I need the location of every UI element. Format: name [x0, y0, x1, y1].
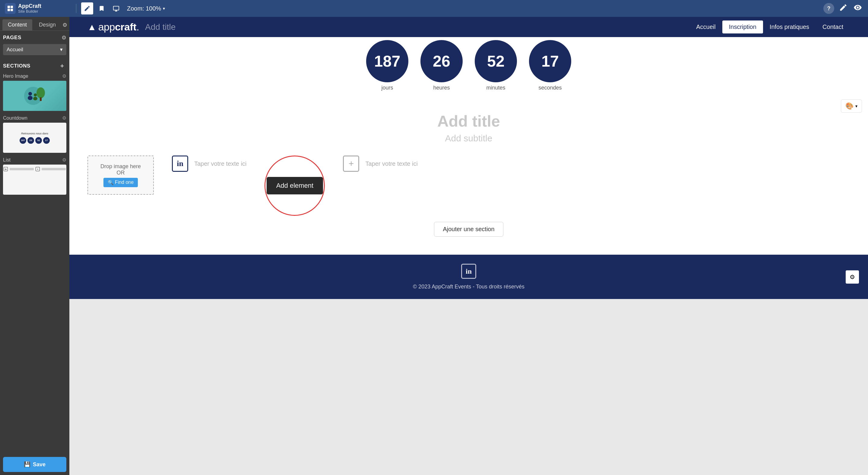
app-name: AppCraft	[18, 3, 41, 9]
list-preview-text-1	[10, 168, 34, 170]
svg-point-6	[28, 96, 33, 100]
section-countdown-header: Countdown ⚙	[3, 115, 66, 121]
section-list-name: List	[3, 157, 10, 163]
text-placeholder-2[interactable]: Taper votre texte ici	[365, 160, 417, 167]
save-label: Save	[33, 462, 45, 468]
nav-accueil[interactable]: Accueil	[689, 21, 722, 33]
section-countdown-gear[interactable]: ⚙	[62, 115, 66, 121]
main-area: Content Design ⚙ PAGES ⚙ Accueil ▾ SECTI…	[0, 17, 868, 475]
current-page: Accueil	[7, 47, 23, 53]
image-drop-zone[interactable]: Drop image here OR 🔍 Find one	[88, 156, 154, 195]
sections-header: SECTIONS +	[3, 62, 66, 70]
svg-point-5	[28, 92, 32, 96]
list-preview-item-1: in	[4, 167, 34, 171]
sections-area: SECTIONS + Hero Image ⚙	[0, 59, 69, 454]
pages-settings-icon[interactable]: ⚙	[62, 34, 66, 41]
help-button[interactable]: ?	[824, 3, 834, 14]
pages-header: PAGES ⚙	[3, 34, 66, 41]
add-element-section: Add element	[265, 156, 325, 216]
edit-icon-btn[interactable]	[838, 2, 849, 15]
text-placeholder-1[interactable]: Taper votre texte ici	[194, 160, 246, 167]
find-one-button[interactable]: 🔍 Find one	[103, 178, 138, 187]
section-list-gear[interactable]: ⚙	[62, 157, 66, 163]
toolbar-icons: Zoom: 100% ▾	[81, 2, 167, 14]
add-title-placeholder[interactable]: Add title	[145, 22, 176, 32]
add-section-main-button[interactable]: Ajouter une section	[434, 222, 503, 237]
countdown-preview-17: 17	[43, 137, 50, 144]
list-preview-icon-1: in	[4, 167, 8, 171]
footer-copyright: © 2023 AppCraft Events - Tous droits rés…	[413, 283, 525, 290]
list-preview-text-2	[42, 168, 66, 170]
page-dropdown[interactable]: Accueil ▾	[3, 44, 66, 55]
footer-linkedin-icon: in	[461, 264, 476, 279]
sidebar-settings-btn[interactable]: ⚙	[62, 20, 67, 30]
logo-triangle-icon: ▲	[88, 22, 96, 32]
countdown-number-secondes: 17	[541, 53, 559, 69]
preview-icon-btn[interactable]	[852, 2, 863, 15]
countdown-unit-heures: 26 heures	[421, 40, 463, 91]
countdown-label-jours: jours	[381, 85, 393, 91]
save-button[interactable]: 💾 Save	[3, 457, 66, 472]
section-list-preview[interactable]: in +	[3, 165, 66, 195]
palette-button[interactable]: 🎨 ▾	[841, 99, 862, 113]
palette-chevron-icon: ▾	[855, 104, 858, 108]
site-logo: ▲ appcraft.	[88, 21, 139, 33]
tab-content[interactable]: Content	[2, 19, 32, 30]
top-toolbar: AppCraft Site Builder Zoom: 100% ▾ ?	[0, 0, 868, 17]
section-hero-gear[interactable]: ⚙	[62, 73, 66, 79]
countdown-number-jours: 187	[374, 53, 401, 69]
canvas-scroll: ▲ appcraft. Add title Accueil Inscriptio…	[69, 17, 868, 299]
countdown-label-secondes: secondes	[538, 85, 562, 91]
pages-section: PAGES ⚙ Accueil ▾	[0, 31, 69, 59]
countdown-label-heures: heures	[433, 85, 450, 91]
countdown-preview-23: 23	[27, 137, 34, 144]
countdown-label-minutes: minutes	[486, 85, 505, 91]
countdown-circle-heures: 26	[421, 40, 463, 82]
page-dropdown-chevron: ▾	[60, 46, 63, 53]
svg-point-7	[34, 94, 37, 96]
section-hero-preview[interactable]	[3, 81, 66, 111]
countdown-circle-secondes: 17	[529, 40, 571, 82]
list-items-row: Drop image here OR 🔍 Find one in Taper	[88, 156, 850, 216]
section-hero-name: Hero Image	[3, 73, 28, 79]
tab-design[interactable]: Design	[33, 19, 61, 30]
countdown-preview-187: 187	[20, 137, 26, 144]
list-item-2: + Taper votre texte ici	[343, 156, 417, 172]
drop-zone-label: Drop image here OR	[100, 163, 141, 176]
save-icon: 💾	[24, 461, 30, 468]
svg-rect-2	[7, 9, 10, 11]
drop-image-text: Drop image here	[100, 163, 141, 170]
canvas-relative-container: 🎨 ▾ Add title Add subtitle Drop image he…	[69, 100, 868, 255]
countdown-preview-row: 187 23 52 17	[20, 137, 50, 144]
nav-inscription[interactable]: Inscription	[722, 21, 763, 33]
svg-point-8	[33, 97, 37, 100]
find-one-label: Find one	[115, 180, 134, 185]
zoom-chevron-icon: ▾	[163, 6, 165, 11]
list-subtitle-placeholder[interactable]: Add subtitle	[445, 133, 493, 143]
section-countdown-preview[interactable]: Retrouvons nous dans 187 23 52 17	[3, 123, 66, 153]
countdown-unit-minutes: 52 minutes	[475, 40, 517, 91]
footer-settings-btn[interactable]: ⚙	[846, 270, 859, 283]
help-label: ?	[827, 5, 831, 12]
svg-rect-0	[7, 6, 10, 8]
nav-infos[interactable]: Infos pratiques	[763, 21, 816, 33]
app-logo: AppCraft Site Builder	[5, 3, 71, 14]
svg-rect-3	[10, 9, 13, 11]
countdown-circle-jours: 187	[366, 40, 408, 82]
add-element-circle: Add element	[265, 156, 325, 216]
add-element-button[interactable]: Add element	[267, 177, 323, 194]
plus-icon-2: +	[343, 156, 359, 172]
bookmark-icon-btn[interactable]	[96, 2, 108, 14]
canvas-area: ▲ appcraft. Add title Accueil Inscriptio…	[69, 17, 868, 475]
monitor-icon-btn[interactable]	[110, 2, 122, 14]
search-icon: 🔍	[108, 180, 114, 185]
zoom-control[interactable]: Zoom: 100% ▾	[125, 4, 167, 13]
nav-contact[interactable]: Contact	[816, 21, 850, 33]
countdown-section: 187 jours 26 heures 52 minutes	[69, 37, 868, 100]
sidebar-tabs: Content Design ⚙	[0, 17, 69, 31]
list-title-placeholder[interactable]: Add title	[437, 112, 500, 130]
svg-rect-10	[40, 97, 42, 101]
pencil-icon-btn[interactable]	[81, 2, 93, 14]
zoom-label: Zoom: 100%	[127, 5, 161, 12]
add-section-btn[interactable]: +	[58, 62, 66, 70]
